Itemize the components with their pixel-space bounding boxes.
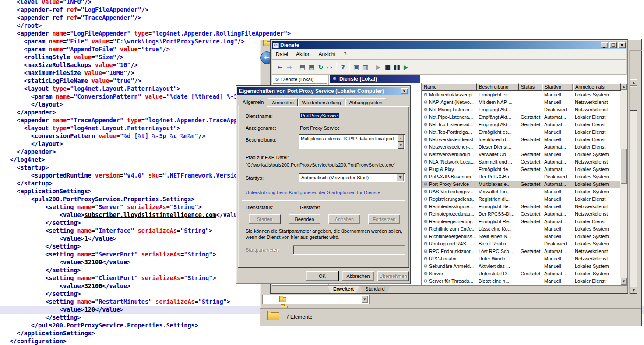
properties-icon[interactable]: ▦: [307, 64, 316, 71]
service-row[interactable]: ⚙ Netzwerkverbindun...Verwaltet Ob...Ges…: [422, 151, 620, 158]
service-row[interactable]: ⚙ Net.Tcp-Portfreiga...Ermöglicht es...M…: [422, 128, 620, 136]
dialog-titlebar[interactable]: Eigenschaften von Port Proxy Service (Lo…: [237, 87, 409, 95]
service-row[interactable]: ⚙ Richtlinienergebniss...Stellt einen N.…: [422, 233, 620, 240]
starten-button[interactable]: Starten: [249, 214, 281, 224]
column-header-beschreibung[interactable]: Beschreibung: [477, 83, 519, 91]
service-row[interactable]: ⚙ NLA (Network Loca...Sammelt und ...Ges…: [422, 158, 620, 166]
beenden-button[interactable]: Beenden: [289, 214, 320, 224]
maximize-button[interactable]: □: [609, 42, 617, 48]
service-row[interactable]: ⚙ Remotedesktopdie...Ermöglicht Be...Ges…: [422, 203, 620, 210]
dienststatus-label: Dienststatus:: [246, 205, 274, 210]
minimize-button[interactable]: _: [601, 42, 608, 48]
service-row[interactable]: ⚙ Richtlinie zum Entfe...Lässt eine Ko..…: [422, 225, 620, 233]
list-scrollbar[interactable]: ▲ ▼: [620, 83, 627, 285]
service-row[interactable]: ⚙ Netzwerkspeicher-...Dieser Dienst...Au…: [422, 143, 620, 151]
service-row[interactable]: ⚙ Port Proxy ServiceMultiplexes e...Gest…: [422, 181, 620, 188]
cell: Identifiziert d...: [477, 136, 519, 143]
column-header-anmelden-als[interactable]: Anmelden als: [573, 83, 621, 91]
service-row[interactable]: ⚙ Plug & PlayErmöglicht de...GestartetAu…: [422, 166, 620, 173]
cell: Gestartet: [519, 203, 542, 210]
cell: Manuell: [542, 151, 573, 158]
cell: ⚙ NAP-Agent (Netwo...: [422, 99, 477, 106]
anhalten-button[interactable]: Anhalten: [328, 214, 360, 224]
cell: Manuell: [542, 263, 573, 270]
explorer-scroll-thumb[interactable]: [630, 87, 637, 111]
pfad-label: Pfad zur EXE-Datei:: [246, 155, 289, 160]
service-row[interactable]: ⚙ Multimediaklassenpl...Ermöglicht ei...…: [422, 91, 620, 99]
dialog-tab-abhängigkeiten[interactable]: Abhängigkeiten: [345, 98, 387, 107]
close-button[interactable]: ×: [618, 42, 626, 48]
tree-root-item[interactable]: ⚙ Dienste (Lokal): [273, 75, 327, 84]
scroll-down-button[interactable]: ▼: [620, 278, 627, 285]
show-console-tree-icon[interactable]: ▤: [298, 64, 307, 71]
cell: Lokaler Dienst: [573, 196, 621, 203]
cell: Manuell: [542, 196, 573, 203]
ok-button[interactable]: OK: [306, 271, 338, 281]
stop-service-icon[interactable]: ■: [383, 64, 392, 71]
dienstname-label: Dienstname:: [246, 114, 273, 119]
scroll-thumb[interactable]: [620, 149, 627, 184]
service-row[interactable]: ⚙ RemoteregistrierungErmöglicht Re...Ges…: [422, 218, 620, 225]
beschreibung-scroll-down-icon[interactable]: ▼: [398, 142, 404, 149]
service-row[interactable]: ⚙ NAP-Agent (Netwo...Mit dem NAP-...Manu…: [422, 99, 620, 106]
explorer-scroll-up-button[interactable]: ▲: [630, 79, 637, 86]
übernehmen-button[interactable]: Übernehmen: [377, 271, 409, 281]
service-row[interactable]: ⚙ Registrierungsdiens...Registriert di..…: [422, 196, 620, 203]
pause-service-icon[interactable]: ▮▮: [392, 64, 401, 71]
column-header-status[interactable]: Status: [519, 83, 542, 91]
explorer-scroll-down-button[interactable]: ▼: [630, 287, 637, 294]
help-icon[interactable]: ?: [338, 64, 348, 71]
cell: ⚙ Net.Tcp-Listenerad...: [422, 121, 477, 128]
service-row[interactable]: ⚙ RPC-LocatorUnter Windo...ManuellNetzwe…: [422, 255, 620, 263]
starttyp-dropdown-icon[interactable]: ▼: [397, 174, 404, 181]
menu-item-ansicht[interactable]: Ansicht: [314, 50, 339, 59]
menu-item-aktion[interactable]: Aktion: [292, 50, 314, 59]
service-row[interactable]: ⚙ Net.Msmq-Listener...Empfängt Akt...Dea…: [422, 106, 620, 114]
scroll-up-button[interactable]: ▲: [620, 83, 627, 90]
service-row[interactable]: ⚙ Net.Tcp-Listenerad...Empfängt Akt...Ge…: [422, 121, 620, 128]
services-window-titlebar[interactable]: ⚙ Dienste _□×: [272, 41, 626, 49]
column-header-name[interactable]: Name: [422, 83, 477, 91]
service-row[interactable]: ⚙ PnP-X-IP-Busenum...Der PnP-X-Bu...Deak…: [422, 173, 620, 181]
cell: Ermöglicht es...: [477, 128, 519, 136]
dienstname-value[interactable]: PortProxyService: [300, 113, 339, 118]
service-row[interactable]: ⚙ Routing und RASBietet Routin...Deaktiv…: [422, 240, 620, 248]
startparameter-input[interactable]: [293, 245, 405, 255]
refresh-icon[interactable]: ↻: [316, 64, 325, 71]
service-row[interactable]: ⚙ Net.Pipe-Listenera...Empfängt Akt...Ge…: [422, 114, 620, 121]
show-window-icon[interactable]: ▣: [352, 64, 361, 71]
dialog-tab-anmelden[interactable]: Anmelden: [268, 98, 298, 107]
service-row[interactable]: ⚙ RPC-Endpunktzuor...Löst RPC-Sch...Gest…: [422, 248, 620, 255]
forward-icon[interactable]: →: [285, 64, 294, 71]
view-tab-erweitert[interactable]: Erweitert: [328, 286, 359, 293]
dialog-tab-allgemein[interactable]: Allgemein: [239, 97, 267, 107]
menu-item-datei[interactable]: Datei: [272, 50, 292, 59]
beschreibung-textbox[interactable]: Multiplexes external TCP/IP data on loca…: [299, 134, 405, 149]
service-row[interactable]: ⚙ ServerUnterstützt D...GestartetAutomat…: [422, 270, 620, 277]
action-pane-icon[interactable]: ▥: [361, 64, 370, 71]
restart-service-icon[interactable]: ▶: [401, 64, 411, 71]
folder-combo[interactable]: ▼: [262, 295, 370, 304]
abbrechen-button[interactable]: Abbrechen: [342, 271, 374, 281]
view-tab-standard[interactable]: Standard: [360, 286, 390, 293]
column-header-starttyp[interactable]: Starttyp: [542, 83, 573, 91]
beschreibung-scroll-up-icon[interactable]: ▲: [398, 135, 404, 142]
service-row[interactable]: ⚙ NetzwerklistendienstIdentifiziert d...…: [422, 136, 620, 143]
service-icon: ⚙: [423, 137, 428, 142]
explorer-scrollbar[interactable]: ▲ ▼: [630, 79, 637, 294]
service-row[interactable]: ⚙ Sekundäre Anmeld...Aktiviert das ...Ma…: [422, 263, 620, 270]
startup-help-link[interactable]: Unterstützung beim Konfigurieren der Sta…: [246, 190, 380, 195]
combo-dropdown-icon[interactable]: ▼: [361, 296, 368, 303]
menu-item-help[interactable]: ?: [340, 50, 351, 59]
export-list-icon[interactable]: ⇨: [325, 64, 334, 71]
service-row[interactable]: ⚙ Server für Threads...Bietet eine n...M…: [422, 277, 620, 285]
starttyp-combobox[interactable]: Automatisch (Verzögerter Start) ▼: [299, 173, 405, 182]
cell: Lokales System: [573, 263, 621, 270]
start-service-icon[interactable]: ▶: [374, 64, 383, 71]
back-icon[interactable]: ←: [275, 64, 285, 71]
service-row[interactable]: ⚙ Remoteprozedurau...Der RPCSS-Di...Gest…: [422, 210, 620, 218]
dialog-close-button[interactable]: ×: [401, 88, 408, 94]
service-row[interactable]: ⚙ RAS-Verbindungsv...Verwaltet Ein...Man…: [422, 188, 620, 196]
fortsetzen-button[interactable]: Fortsetzen: [368, 214, 400, 224]
dialog-tab-wiederherstellung[interactable]: Wiederherstellung: [298, 98, 345, 107]
